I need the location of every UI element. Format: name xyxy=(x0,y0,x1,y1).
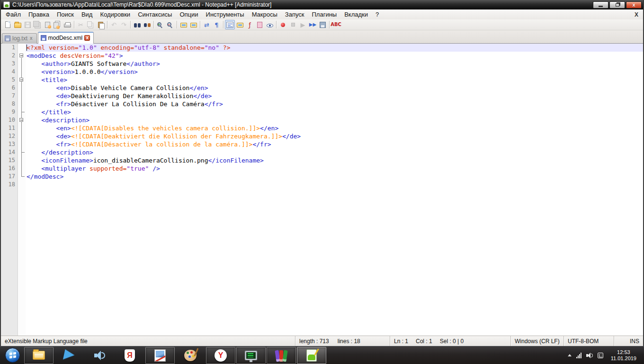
start-button[interactable] xyxy=(1,347,24,364)
menu-item-вид[interactable]: Вид xyxy=(78,10,97,19)
undo-button[interactable]: ↶ xyxy=(109,20,119,29)
minimize-button[interactable] xyxy=(593,1,608,9)
code-line-15[interactable]: 15 <iconFilename>icon_disableCameraColli… xyxy=(1,156,643,164)
cut-button[interactable]: ✂ xyxy=(76,20,86,29)
close-button[interactable]: x xyxy=(626,1,642,9)
close-document-x-icon[interactable]: X xyxy=(635,12,638,18)
network-signal-icon[interactable] xyxy=(576,353,581,358)
code-line-7[interactable]: 7 <de>Deaktivierung Der Kamerakollision<… xyxy=(1,92,643,100)
code-line-3[interactable]: 3 <author>GIANTS Software</author> xyxy=(1,60,643,68)
macro-record-button[interactable] xyxy=(278,20,288,29)
find-button[interactable] xyxy=(132,20,142,29)
paste-button[interactable] xyxy=(96,20,106,29)
toolbar-separator xyxy=(276,21,277,28)
code-line-8[interactable]: 8 <fr>Désactiver La Collision De La Camé… xyxy=(1,100,643,108)
taskbar-item-volume-app[interactable] xyxy=(85,347,114,364)
menu-item-плагины[interactable]: Плагины xyxy=(308,10,341,19)
menu-item-вкладки[interactable]: Вкладки xyxy=(340,10,372,19)
word-wrap-button[interactable]: ⇄ xyxy=(202,20,212,29)
new-file-button[interactable] xyxy=(3,20,13,29)
menu-item-синтаксисы[interactable]: Синтаксисы xyxy=(134,10,176,19)
code-line-2[interactable]: 2<modDesc descVersion="42"> xyxy=(1,52,643,60)
print-button[interactable] xyxy=(63,20,72,29)
monitoring-eye-button[interactable] xyxy=(265,20,275,29)
code-line-11[interactable]: 11 <en><![CDATA[Disables the vehicles ca… xyxy=(1,124,643,132)
close-all-button[interactable] xyxy=(53,20,63,29)
show-all-characters-button[interactable]: ¶ xyxy=(212,20,222,29)
tab-close-icon[interactable]: x xyxy=(29,36,33,41)
restore-button[interactable] xyxy=(609,1,625,9)
taskbar-item-blue-arrow-app[interactable] xyxy=(54,347,84,364)
fold-collapse-icon[interactable] xyxy=(18,52,26,60)
paint-app-icon xyxy=(184,350,197,361)
menu-item-кодировки[interactable]: Кодировки xyxy=(96,10,134,19)
zoom-in-button[interactable]: + xyxy=(155,20,165,29)
tab-moddesc-xml[interactable]: modDesc.xmlx xyxy=(38,32,94,44)
taskbar-item-notepad-plus-plus[interactable] xyxy=(297,347,326,364)
show-hidden-icons-icon[interactable] xyxy=(568,354,572,356)
status-eol-format[interactable]: Windows (CR LF) xyxy=(510,336,564,346)
line-number: 8 xyxy=(1,100,18,108)
menu-item-правка[interactable]: Правка xyxy=(25,10,53,19)
code-line-9[interactable]: 9 </title> xyxy=(1,108,643,116)
fold-collapse-icon[interactable] xyxy=(18,76,26,84)
macro-play-button[interactable]: ▶ xyxy=(298,20,308,29)
status-insert-mode[interactable]: INS xyxy=(614,336,643,346)
sync-vertical-scroll-button[interactable] xyxy=(179,20,188,29)
indent-guide-button[interactable] xyxy=(225,20,235,29)
taskbar-item-paint-app[interactable] xyxy=(176,347,205,364)
volume-icon[interactable] xyxy=(586,353,593,358)
taskbar-clock[interactable]: 12:53 11.01.2019 xyxy=(608,349,639,362)
macro-stop-button[interactable] xyxy=(288,20,298,29)
code-line-12[interactable]: 12 <de><![CDATA[Deaktiviert die Kollisio… xyxy=(1,132,643,140)
save-file-button[interactable] xyxy=(23,20,33,29)
sync-vertical-scroll-icon xyxy=(180,23,187,27)
status-encoding[interactable]: UTF-8-BOM xyxy=(564,336,614,346)
macro-save-button[interactable] xyxy=(318,20,328,29)
sync-horizontal-scroll-button[interactable] xyxy=(188,20,198,29)
menu-item-запуск[interactable]: Запуск xyxy=(281,10,308,19)
taskbar-item-yandex-app[interactable]: Я xyxy=(115,347,144,364)
open-file-button[interactable] xyxy=(13,20,23,29)
code-line-17[interactable]: 17</modDesc> xyxy=(1,173,643,181)
line-number: 14 xyxy=(1,148,18,156)
tab-close-icon[interactable]: x xyxy=(84,35,90,41)
menu-item-файл[interactable]: Файл xyxy=(2,10,25,19)
taskbar-item-winrar[interactable] xyxy=(267,347,296,364)
code-line-10[interactable]: 10 <description> xyxy=(1,116,643,124)
replace-button[interactable] xyxy=(142,20,152,29)
menu-item-опции[interactable]: Опции xyxy=(176,10,202,19)
code-line-13[interactable]: 13 <fr><![CDATA[Désactiver la collision … xyxy=(1,140,643,148)
tab-log-txt[interactable]: log.txtx xyxy=(2,33,37,44)
taskbar-item-yandex-browser[interactable]: Y xyxy=(206,347,235,364)
doc-switcher-button[interactable] xyxy=(235,20,245,29)
close-file-button[interactable] xyxy=(43,20,53,29)
menu-item-?[interactable]: ? xyxy=(372,10,383,19)
code-line-5[interactable]: 5 <title> xyxy=(1,76,643,84)
copy-button[interactable] xyxy=(86,20,96,29)
menu-item-макросы[interactable]: Макросы xyxy=(248,10,281,19)
menu-item-поиск[interactable]: Поиск xyxy=(53,10,78,19)
editor-area[interactable]: 1<?xml version="1.0" encoding="utf-8" st… xyxy=(1,44,643,336)
code-line-16[interactable]: 16 <multiplayer supported="true" /> xyxy=(1,164,643,173)
code-line-1[interactable]: 1<?xml version="1.0" encoding="utf-8" st… xyxy=(1,44,643,52)
taskbar-item-image-viewer[interactable] xyxy=(145,347,175,364)
taskbar-item-file-explorer[interactable] xyxy=(24,347,54,364)
redo-button[interactable]: ↷ xyxy=(119,20,129,29)
menu-item-инструменты[interactable]: Инструменты xyxy=(202,10,248,19)
zoom-out-button[interactable]: − xyxy=(165,20,175,29)
action-center-icon[interactable] xyxy=(598,353,603,358)
macro-run-multiple-button[interactable]: ▶▶ xyxy=(308,20,318,29)
fold-margin-cell xyxy=(18,156,26,164)
taskbar-item-pc-monitor-app[interactable] xyxy=(236,347,266,364)
code-line-14[interactable]: 14 </description> xyxy=(1,148,643,156)
fold-collapse-icon[interactable] xyxy=(18,116,26,124)
document-map-button[interactable] xyxy=(255,20,265,29)
code-text: </description> xyxy=(26,148,643,156)
code-line-4[interactable]: 4 <version>1.0.0.0</version> xyxy=(1,68,643,76)
code-line-6[interactable]: 6 <en>Disable Vehicle Camera Collision</… xyxy=(1,84,643,92)
code-line-18[interactable]: 18 xyxy=(1,181,643,189)
save-all-button[interactable] xyxy=(33,20,43,29)
function-list-button[interactable]: ƒ xyxy=(245,20,255,29)
spell-check-button[interactable]: ABC xyxy=(331,20,341,29)
